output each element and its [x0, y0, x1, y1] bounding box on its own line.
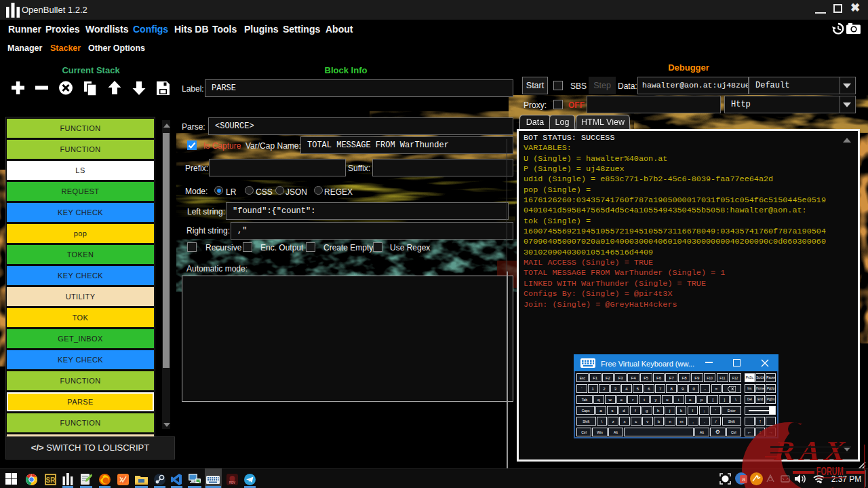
svg-text:REV: REV [229, 481, 235, 485]
svg-text:RAX: RAX [772, 436, 854, 466]
svg-text:SR: SR [46, 476, 56, 484]
svg-text:FORUM: FORUM [816, 465, 844, 478]
